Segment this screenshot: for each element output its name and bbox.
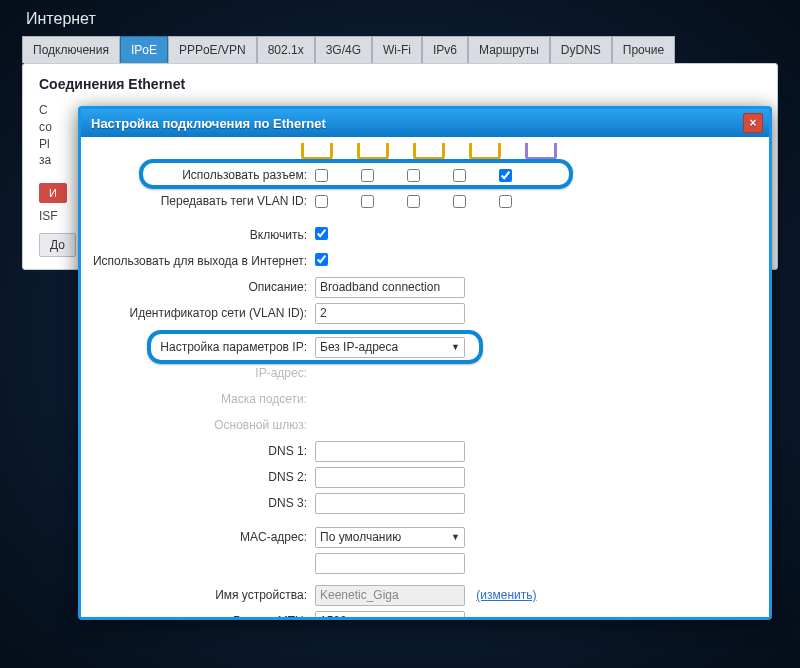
label-mask: Маска подсети: xyxy=(91,392,315,406)
tab-wifi[interactable]: Wi-Fi xyxy=(372,36,422,63)
label-dns2: DNS 2: xyxy=(91,470,315,484)
chevron-down-icon: ▼ xyxy=(451,342,460,352)
page-title: Интернет xyxy=(22,0,778,36)
use-connector-0[interactable] xyxy=(315,169,328,182)
label-device-name: Имя устройства: xyxy=(91,588,315,602)
label-mtu: Размер MTU: xyxy=(91,614,315,617)
vlan-tag-4[interactable] xyxy=(499,195,512,208)
vlan-tags-group xyxy=(315,195,753,208)
modal-title: Настройка подключения по Ethernet xyxy=(91,116,326,131)
mac-value: По умолчанию xyxy=(320,530,401,544)
tab-pppoe[interactable]: PPPoE/VPN xyxy=(168,36,257,63)
use-connector-4[interactable] xyxy=(499,169,512,182)
label-description: Описание: xyxy=(91,280,315,294)
mac-select[interactable]: По умолчанию ▼ xyxy=(315,527,465,548)
device-name-input xyxy=(315,585,465,606)
vlan-tag-3[interactable] xyxy=(453,195,466,208)
vlan-id-input[interactable] xyxy=(315,303,465,324)
tab-other[interactable]: Прочие xyxy=(612,36,675,63)
port-icon xyxy=(301,143,333,160)
ip-params-value: Без IP-адреса xyxy=(320,340,398,354)
label-dns3: DNS 3: xyxy=(91,496,315,510)
tab-ipoe[interactable]: IPoE xyxy=(120,36,168,63)
label-ip-addr: IP-адрес: xyxy=(91,366,315,380)
use-connector-1[interactable] xyxy=(361,169,374,182)
tab-3g4g[interactable]: 3G/4G xyxy=(315,36,372,63)
port-icon xyxy=(413,143,445,160)
label-enable: Включить: xyxy=(91,228,315,242)
tab-8021x[interactable]: 802.1x xyxy=(257,36,315,63)
label-vlan-id: Идентификатор сети (VLAN ID): xyxy=(91,306,315,320)
close-icon[interactable]: × xyxy=(743,113,763,133)
label-use-connector: Использовать разъем: xyxy=(91,168,315,182)
label-vlan-tags: Передавать теги VLAN ID: xyxy=(91,194,315,208)
vlan-tag-0[interactable] xyxy=(315,195,328,208)
dns1-input[interactable] xyxy=(315,441,465,462)
ports-diagram xyxy=(301,143,753,160)
tabs: Подключения IPoE PPPoE/VPN 802.1x 3G/4G … xyxy=(22,36,778,63)
label-gateway: Основной шлюз: xyxy=(91,418,315,432)
use-connector-3[interactable] xyxy=(453,169,466,182)
vlan-tag-1[interactable] xyxy=(361,195,374,208)
tab-routes[interactable]: Маршруты xyxy=(468,36,550,63)
label-ip-params: Настройка параметров IP: xyxy=(91,340,315,354)
tag-internet: И xyxy=(39,183,67,203)
use-connector-2[interactable] xyxy=(407,169,420,182)
vlan-tag-2[interactable] xyxy=(407,195,420,208)
use-internet-checkbox[interactable] xyxy=(315,253,328,266)
mac-custom-input[interactable] xyxy=(315,553,465,574)
modal-titlebar: Настройка подключения по Ethernet × xyxy=(81,109,769,137)
label-dns1: DNS 1: xyxy=(91,444,315,458)
mtu-input[interactable] xyxy=(315,611,465,618)
back-button[interactable]: До xyxy=(39,233,76,257)
port-icon xyxy=(357,143,389,160)
modal-ethernet-config: Настройка подключения по Ethernet × Испо… xyxy=(78,106,772,620)
ip-params-select[interactable]: Без IP-адреса ▼ xyxy=(315,337,465,358)
change-link[interactable]: (изменить) xyxy=(476,588,536,602)
dns3-input[interactable] xyxy=(315,493,465,514)
section-title: Соединения Ethernet xyxy=(39,76,761,92)
enable-checkbox[interactable] xyxy=(315,227,328,240)
label-use-internet: Использовать для выхода в Интернет: xyxy=(91,254,315,268)
chevron-down-icon: ▼ xyxy=(451,532,460,542)
use-connector-group xyxy=(315,169,753,182)
description-input[interactable] xyxy=(315,277,465,298)
tab-dydns[interactable]: DyDNS xyxy=(550,36,612,63)
tab-ipv6[interactable]: IPv6 xyxy=(422,36,468,63)
port-icon xyxy=(469,143,501,160)
label-mac: MAC-адрес: xyxy=(91,530,315,544)
tab-connections[interactable]: Подключения xyxy=(22,36,120,63)
dns2-input[interactable] xyxy=(315,467,465,488)
modal-scroll[interactable]: Использовать разъем: Передавать теги VLA… xyxy=(81,137,769,617)
port-icon xyxy=(525,143,557,160)
